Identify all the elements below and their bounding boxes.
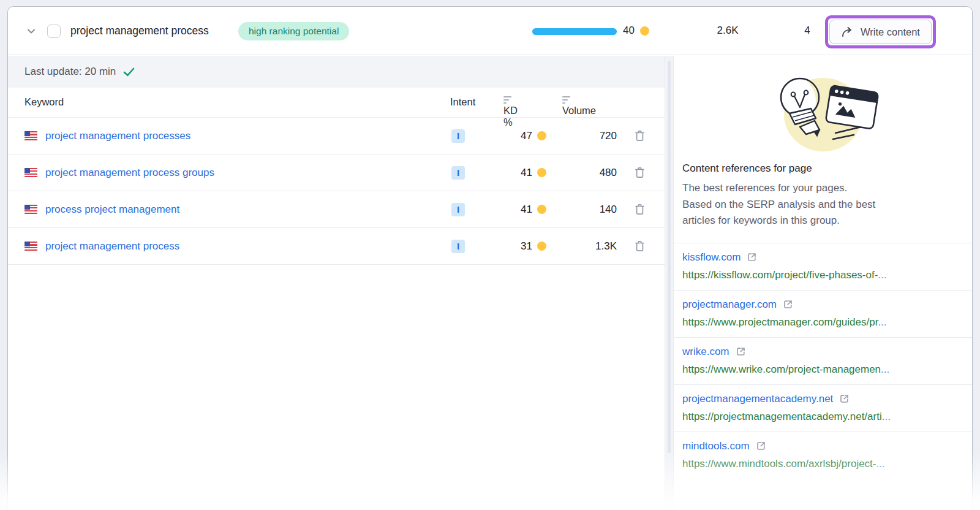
keyword-group-card: project management process high ranking … [7, 6, 973, 510]
last-update-text: Last update: 20 min [24, 66, 116, 78]
delete-keyword-button[interactable] [633, 129, 646, 143]
kd-difficulty-dot [537, 168, 546, 177]
description-line: articles for keywords in this group. [682, 213, 963, 229]
reference-list: kissflow.com https://kissflow.com/projec… [682, 243, 963, 479]
reference-domain-link[interactable]: mindtools.com [682, 440, 750, 452]
group-keyword-count: 4 [801, 25, 813, 37]
reference-item: projectmanagementacademy.net https://pro… [674, 384, 972, 432]
group-checkbox[interactable] [47, 25, 61, 38]
keyword-table-area: Last update: 20 min Keyword Intent KD % … [8, 56, 665, 510]
scrollbar-gutter[interactable] [665, 56, 674, 510]
group-title: project management process [70, 25, 209, 37]
column-header-kd[interactable]: KD % [503, 96, 512, 104]
keyword-cell: project management processes [8, 130, 451, 142]
last-update-bar: Last update: 20 min [8, 56, 665, 88]
reference-url[interactable]: https://www.wrike.com/project-managemen.… [682, 363, 963, 376]
ranking-potential-badge: high ranking potential [238, 22, 349, 40]
keyword-cell: project management process groups [8, 167, 451, 179]
kd-value: 47 [521, 130, 532, 142]
reference-url[interactable]: https://www.mindtools.com/axrlsbj/projec… [682, 458, 963, 470]
purple-annotation-box: Write content [825, 15, 936, 48]
column-header-intent: Intent [450, 96, 475, 108]
kd-value: 31 [521, 240, 532, 253]
redo-arrow-icon [841, 27, 854, 37]
table-row: project management process I 31 1.3K [8, 228, 665, 265]
volume-label: Volume [562, 105, 596, 116]
reference-url[interactable]: https://www.projectmanager.com/guides/pr… [682, 316, 963, 329]
scrollbar-thumb[interactable] [668, 61, 671, 453]
delete-keyword-button[interactable] [633, 240, 646, 253]
description-line: The best references for your pages. [682, 180, 963, 197]
external-link-icon [756, 441, 766, 451]
volume-value: 720 [546, 130, 617, 142]
intent-badge: I [451, 129, 465, 143]
reference-item: wrike.com https://www.wrike.com/project-… [674, 337, 972, 384]
us-flag-icon [24, 242, 37, 251]
keyword-link[interactable]: project management process [45, 240, 179, 253]
delete-keyword-button[interactable] [633, 203, 646, 216]
ranking-progress-bar [532, 28, 617, 35]
volume-value: 480 [546, 167, 617, 179]
panel-heading: Content references for page [682, 162, 963, 175]
table-header: Keyword Intent KD % Volume [8, 88, 665, 118]
reference-domain-link[interactable]: projectmanager.com [682, 299, 777, 311]
volume-value: 140 [546, 204, 617, 216]
us-flag-icon [24, 131, 37, 140]
kd-value: 41 [521, 167, 532, 179]
check-icon [123, 67, 135, 77]
write-content-label: Write content [861, 26, 920, 38]
table-row: process project management I 41 140 [8, 191, 665, 228]
reference-item: kissflow.com https://kissflow.com/projec… [674, 243, 972, 290]
group-kd-value: 40 [623, 25, 635, 37]
chevron-down-icon[interactable] [25, 25, 37, 37]
sort-icon [562, 96, 571, 104]
group-volume-stat: 2.6K [706, 25, 749, 37]
reference-url[interactable]: https://kissflow.com/project/five-phases… [682, 269, 963, 281]
description-line: Based on the SERP analysis and the best [682, 197, 963, 213]
group-kd-stat: 40 [623, 25, 649, 37]
us-flag-icon [24, 168, 37, 177]
kd-difficulty-dot [537, 205, 546, 214]
kd-difficulty-dot [640, 26, 649, 36]
column-header-volume[interactable]: Volume [562, 96, 571, 104]
content-references-illustration [762, 72, 884, 154]
keyword-cell: process project management [8, 204, 451, 216]
kd-difficulty-dot [537, 131, 546, 140]
column-header-keyword: Keyword [24, 96, 64, 108]
reference-url[interactable]: https://projectmanagementacademy.net/art… [682, 411, 963, 423]
external-link-icon [839, 394, 850, 404]
intent-badge: I [451, 166, 465, 180]
sort-icon [503, 96, 512, 104]
keyword-cell: project management process [8, 240, 451, 253]
keyword-link[interactable]: project management process groups [45, 167, 214, 179]
external-link-icon [783, 299, 793, 310]
panel-description: The best references for your pages. Base… [682, 180, 963, 229]
intent-badge: I [451, 240, 465, 253]
external-link-icon [736, 346, 746, 357]
external-link-icon [747, 252, 757, 262]
kd-difficulty-dot [537, 242, 546, 251]
table-row: project management processes I 47 720 [8, 118, 665, 154]
reference-domain-link[interactable]: projectmanagementacademy.net [682, 393, 833, 405]
reference-domain-link[interactable]: wrike.com [682, 346, 729, 358]
kd-label: KD % [503, 105, 518, 128]
reference-domain-link[interactable]: kissflow.com [682, 251, 741, 264]
write-content-button[interactable]: Write content [829, 20, 932, 44]
intent-badge: I [451, 203, 465, 216]
keyword-link[interactable]: process project management [45, 204, 179, 216]
volume-value: 1.3K [546, 240, 617, 253]
us-flag-icon [24, 205, 37, 214]
reference-item: projectmanager.com https://www.projectma… [674, 290, 972, 337]
reference-item: mindtools.com https://www.mindtools.com/… [674, 432, 972, 479]
group-header: project management process high ranking … [8, 7, 972, 55]
content-references-panel: Content references for page The best ref… [674, 56, 972, 510]
delete-keyword-button[interactable] [633, 166, 646, 180]
kd-value: 41 [521, 204, 532, 216]
keyword-link[interactable]: project management processes [45, 130, 190, 142]
table-row: project management process groups I 41 4… [8, 154, 665, 191]
